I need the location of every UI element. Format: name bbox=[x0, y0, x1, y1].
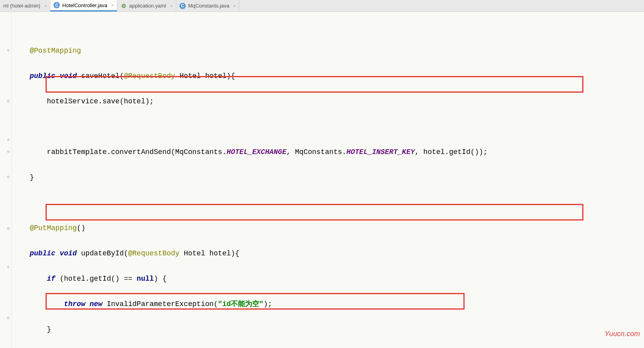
close-icon[interactable]: × bbox=[170, 4, 172, 8]
keyword-new: new bbox=[90, 300, 102, 308]
watermark: Yuucn.com bbox=[605, 330, 640, 338]
yaml-icon: ⚙ bbox=[120, 3, 127, 9]
keyword-public: public bbox=[30, 72, 55, 80]
java-class-icon: C bbox=[53, 2, 60, 8]
tab-label: MqConstants.java bbox=[188, 3, 229, 9]
method-name: saveHotel bbox=[81, 72, 120, 80]
annotation: @RequestBody bbox=[124, 72, 175, 80]
type: Hotel bbox=[179, 72, 201, 80]
keyword-throw: throw bbox=[64, 300, 85, 308]
code-editor[interactable]: ⊖ ⊟ ⊖ ⊖ ⊟ ⊟ ⊖ ⊟ @PostMapping public void… bbox=[0, 12, 644, 348]
keyword-void: void bbox=[60, 249, 77, 257]
string-literal: "id不能为空" bbox=[218, 300, 263, 308]
tab-application-yaml[interactable]: ⚙ application.yaml × bbox=[117, 0, 176, 11]
annotation: @PutMapping bbox=[30, 224, 77, 232]
method-call: getId bbox=[90, 275, 111, 283]
keyword-null: null bbox=[137, 275, 154, 283]
tab-mqconstants[interactable]: C MqConstants.java × bbox=[176, 0, 240, 11]
ident: hotelService bbox=[47, 97, 98, 105]
tab-hotel-admin[interactable]: ml (hotel-admin) × bbox=[0, 0, 50, 11]
close-icon[interactable]: × bbox=[233, 4, 236, 8]
close-icon[interactable]: × bbox=[44, 4, 47, 8]
close-icon[interactable]: × bbox=[111, 3, 114, 8]
keyword-public: public bbox=[30, 249, 55, 257]
tab-label: application.yaml bbox=[129, 3, 166, 9]
method-call: save bbox=[103, 97, 120, 105]
tab-bar: ml (hotel-admin) × C HotelController.jav… bbox=[0, 0, 644, 12]
class-ref: MqConstants bbox=[295, 148, 342, 156]
constant: HOTEL_INSERT_KEY bbox=[346, 148, 415, 156]
code-area[interactable]: @PostMapping public void saveHotel(@Requ… bbox=[0, 32, 644, 348]
java-class-icon: C bbox=[179, 3, 186, 9]
method-call: convertAndSend bbox=[111, 148, 171, 156]
type: InvalidParameterException bbox=[107, 300, 213, 308]
ident: rabbitTemplate bbox=[47, 148, 107, 156]
keyword-if: if bbox=[47, 275, 55, 283]
tab-hotelcontroller[interactable]: C HotelController.java × bbox=[50, 0, 117, 11]
tab-label: HotelController.java bbox=[62, 2, 107, 8]
tab-label: ml (hotel-admin) bbox=[3, 3, 40, 9]
type: Hotel bbox=[184, 249, 205, 257]
annotation: @RequestBody bbox=[128, 249, 180, 257]
method-name: updateById bbox=[81, 249, 124, 257]
param: hotel bbox=[210, 249, 231, 257]
class-ref: MqConstants bbox=[175, 148, 222, 156]
operator: == bbox=[120, 275, 137, 283]
annotation: @PostMapping bbox=[30, 47, 81, 55]
constant: HOTEL_EXCHANGE bbox=[227, 148, 286, 156]
method-call: getId bbox=[449, 148, 471, 156]
keyword-void: void bbox=[60, 72, 77, 80]
param: hotel bbox=[205, 72, 227, 80]
